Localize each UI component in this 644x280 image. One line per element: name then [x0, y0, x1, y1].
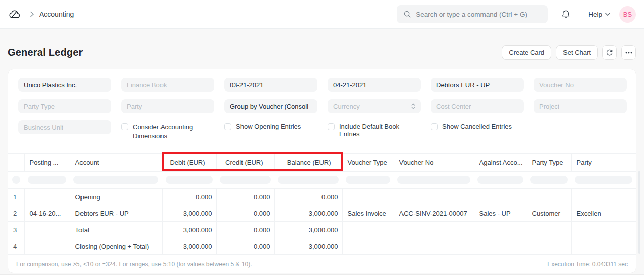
col-party[interactable]: Party: [571, 154, 636, 172]
filter-hint-text: For comparison, use >5, <10 or =324. For…: [16, 261, 252, 268]
col-debit[interactable]: Debit (EUR): [162, 154, 216, 172]
col-balance[interactable]: Balance (EUR): [274, 154, 342, 172]
navbar-right: Search or type a command (Ctrl + G) Help…: [397, 5, 636, 23]
create-card-button[interactable]: Create Card: [502, 45, 551, 60]
table-row[interactable]: 3 Total 3,000.000 0.000 3,000.000: [8, 222, 636, 238]
from-date-filter[interactable]: 03-21-2021: [224, 78, 317, 92]
checkbox-icon[interactable]: [121, 123, 128, 130]
account-filter[interactable]: Debtors EUR - UP: [431, 78, 524, 92]
table-scrollbar[interactable]: [638, 171, 640, 254]
column-filter-input[interactable]: [28, 176, 66, 184]
project-filter[interactable]: Project: [534, 99, 627, 113]
report-footer: For comparison, use >5, <10 or =324. For…: [8, 255, 636, 273]
col-voucher-no[interactable]: Voucher No: [394, 154, 474, 172]
column-filter-input[interactable]: [166, 176, 213, 184]
ledger-table: Posting ... Account Debit (EUR) Credit (…: [8, 153, 636, 255]
breadcrumb: Accounting: [8, 8, 74, 21]
more-menu-button[interactable]: [621, 45, 636, 60]
col-account[interactable]: Account: [70, 154, 162, 172]
set-chart-button[interactable]: Set Chart: [556, 45, 598, 60]
avatar[interactable]: BS: [619, 6, 636, 23]
page-title: General Ledger: [8, 47, 83, 58]
col-voucher-type[interactable]: Voucher Type: [342, 154, 394, 172]
column-filter-input[interactable]: [477, 176, 523, 184]
refresh-button[interactable]: [602, 45, 617, 60]
search-input[interactable]: Search or type a command (Ctrl + G): [397, 5, 548, 23]
main-area: General Ledger Create Card Set Chart Uni…: [0, 29, 644, 275]
bell-icon[interactable]: [561, 9, 571, 19]
report-card: Unico Plastics Inc. Finance Book 03-21-2…: [8, 69, 636, 273]
navbar: Accounting Search or type a command (Ctr…: [0, 0, 644, 29]
column-filter-input[interactable]: [346, 176, 390, 184]
checkbox-show-cancelled-entries[interactable]: Show Cancelled Entries: [431, 120, 524, 130]
checkbox-icon[interactable]: [328, 123, 335, 130]
column-filter-input[interactable]: [575, 176, 632, 184]
search-icon: [403, 10, 411, 18]
app-logo-icon[interactable]: [8, 8, 22, 21]
filter-row-3: Business Unit Consider Accounting Dimens…: [18, 120, 626, 141]
filter-row-1: Unico Plastics Inc. Finance Book 03-21-2…: [18, 78, 626, 92]
table-row[interactable]: 4 Closing (Opening + Total) 3,000.000 0.…: [8, 238, 636, 255]
execution-time: Execution Time: 0.043311 sec: [547, 261, 628, 268]
column-filter-input[interactable]: [278, 176, 339, 184]
table-header-row: Posting ... Account Debit (EUR) Credit (…: [8, 154, 636, 172]
cost-center-filter[interactable]: Cost Center: [431, 99, 524, 113]
finance-book-filter[interactable]: Finance Book: [121, 78, 214, 92]
column-filter-row: [8, 172, 636, 189]
col-rownum: [8, 154, 24, 172]
party-type-filter[interactable]: Party Type: [18, 99, 111, 113]
group-by-filter[interactable]: Group by Voucher (Consoli: [224, 99, 317, 113]
chevron-down-icon: [605, 13, 610, 16]
select-chevrons-icon: [411, 103, 415, 109]
table-row[interactable]: 1 Opening 0.000 0.000 0.000: [8, 189, 636, 205]
column-filter-input[interactable]: [530, 176, 568, 184]
filters-section: Unico Plastics Inc. Finance Book 03-21-2…: [8, 69, 636, 141]
party-filter[interactable]: Party: [121, 99, 214, 113]
checkbox-icon[interactable]: [224, 123, 231, 130]
chevron-right-icon: [30, 11, 34, 17]
help-label: Help: [588, 11, 602, 18]
divider: [580, 9, 580, 20]
page-head: General Ledger Create Card Set Chart: [0, 29, 644, 69]
column-filter-input[interactable]: [220, 176, 271, 184]
col-posting-date[interactable]: Posting ...: [24, 154, 70, 172]
help-menu[interactable]: Help: [588, 11, 610, 18]
checkbox-show-opening-entries[interactable]: Show Opening Entries: [224, 120, 317, 130]
breadcrumb-accounting[interactable]: Accounting: [39, 10, 74, 18]
ellipsis-icon: [625, 52, 632, 54]
column-filter-input[interactable]: [12, 176, 20, 184]
refresh-icon: [606, 49, 613, 56]
business-unit-filter[interactable]: Business Unit: [18, 120, 111, 134]
column-filter-input[interactable]: [397, 176, 470, 184]
column-filter-input[interactable]: [73, 176, 158, 184]
col-party-type[interactable]: Party Type: [527, 154, 571, 172]
checkbox-icon[interactable]: [431, 123, 438, 130]
col-credit[interactable]: Credit (EUR): [216, 154, 274, 172]
table-row[interactable]: 2 04-16-20... Debtors EUR - UP 3,000.000…: [8, 205, 636, 222]
company-filter[interactable]: Unico Plastics Inc.: [18, 78, 111, 92]
currency-filter[interactable]: Currency: [328, 99, 421, 113]
col-against-account[interactable]: Against Acco...: [474, 154, 527, 172]
checkbox-include-default-book-entries[interactable]: Include Default Book Entries: [328, 120, 421, 138]
page-actions: Create Card Set Chart: [502, 45, 636, 60]
checkbox-consider-accounting-dimensions[interactable]: Consider Accounting Dimensions: [121, 120, 214, 141]
search-placeholder: Search or type a command (Ctrl + G): [416, 11, 527, 18]
filter-row-2: Party Type Party Group by Voucher (Conso…: [18, 99, 626, 113]
voucher-no-filter[interactable]: Voucher No: [534, 78, 627, 92]
to-date-filter[interactable]: 04-21-2021: [328, 78, 421, 92]
